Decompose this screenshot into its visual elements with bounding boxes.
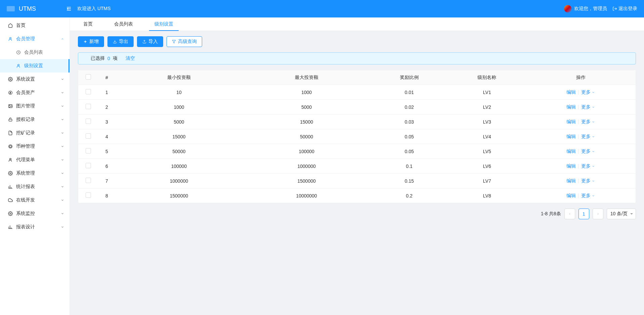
cell-max: 5000 — [243, 100, 370, 115]
cell-min: 1000 — [115, 100, 243, 115]
more-link[interactable]: 更多 — [581, 178, 595, 183]
sidebar-item-12[interactable]: 系统监控 — [0, 207, 70, 220]
logout-button[interactable]: 退出登录 — [612, 6, 637, 12]
sidebar-item-label: 在线开发 — [16, 197, 35, 203]
cell-min: 15000 — [115, 129, 243, 144]
sidebar-item-label: 挖矿记录 — [16, 130, 35, 136]
sidebar-item-2[interactable]: 系统设置 — [0, 73, 70, 86]
row-checkbox[interactable] — [86, 192, 91, 198]
cell-max: 10000000 — [243, 188, 370, 203]
more-link[interactable]: 更多 — [581, 193, 595, 198]
sidebar-item-8[interactable]: 代理菜单 — [0, 153, 70, 167]
page-1[interactable]: 1 — [579, 209, 589, 219]
filter-icon — [172, 40, 176, 44]
chevron-down-icon — [592, 179, 595, 183]
row-checkbox[interactable] — [86, 119, 91, 124]
edit-link[interactable]: 编辑 — [566, 89, 576, 95]
sidebar-item-label: 图片管理 — [16, 103, 35, 109]
edit-link[interactable]: 编辑 — [566, 148, 576, 154]
clear-selection[interactable]: 清空 — [126, 55, 135, 61]
unlock-icon — [8, 117, 13, 122]
cell-ratio: 0.03 — [370, 115, 448, 129]
cell-ratio: 0.1 — [370, 159, 448, 174]
edit-link[interactable]: 编辑 — [566, 134, 576, 139]
import-button[interactable]: 导入 — [137, 36, 163, 47]
svg-rect-11 — [9, 119, 12, 121]
clock-icon — [16, 50, 21, 55]
chevron-left-icon — [568, 212, 571, 216]
sidebar-item-6[interactable]: 挖矿记录 — [0, 126, 70, 140]
sidebar-item-0[interactable]: 首页 — [0, 19, 70, 32]
welcome-text: 欢迎进入 UTMS — [77, 6, 111, 12]
tab-2[interactable]: 级别设置 — [149, 17, 179, 31]
chevron-down-icon — [592, 91, 595, 94]
row-checkbox[interactable] — [86, 104, 91, 109]
row-checkbox[interactable] — [86, 89, 91, 94]
advanced-search-button[interactable]: 高级查询 — [167, 36, 202, 47]
coin-icon — [8, 144, 13, 149]
cell-num: 2 — [98, 100, 115, 115]
sidebar-subitem-label: 会员列表 — [24, 49, 43, 55]
chevron-down-icon — [61, 145, 64, 148]
next-page[interactable] — [593, 209, 603, 219]
edit-link[interactable]: 编辑 — [566, 178, 576, 183]
toolbar: 新增 导出 导入 高级查询 — [78, 36, 636, 47]
sidebar-item-13[interactable]: 报表设计 — [0, 220, 70, 234]
gear-icon — [8, 211, 13, 216]
row-checkbox[interactable] — [86, 178, 91, 183]
svg-marker-29 — [172, 40, 176, 43]
edit-link[interactable]: 编辑 — [566, 104, 576, 109]
cell-ratio: 0.02 — [370, 100, 448, 115]
sidebar-item-3[interactable]: 会员资产 — [0, 86, 70, 99]
sidebar-item-9[interactable]: 系统管理 — [0, 167, 70, 180]
edit-link[interactable]: 编辑 — [566, 163, 576, 169]
prev-page[interactable] — [564, 209, 575, 219]
chevron-down-icon — [61, 198, 64, 202]
more-link[interactable]: 更多 — [581, 134, 595, 139]
page-size-select[interactable]: 10 条/页 — [607, 209, 636, 219]
cell-ratio: 0.01 — [370, 85, 448, 100]
table-row: 35000150000.03LV3编辑|更多 — [78, 115, 636, 129]
more-link[interactable]: 更多 — [581, 148, 595, 154]
sidebar-collapse-icon[interactable] — [66, 6, 72, 12]
sidebar-item-10[interactable]: 统计报表 — [0, 180, 70, 193]
chart-icon — [8, 184, 13, 189]
chevron-down-icon — [61, 91, 64, 94]
sidebar-item-label: 授权记录 — [16, 117, 35, 123]
more-link[interactable]: 更多 — [581, 163, 595, 169]
pagination-summary: 1-8 共8条 — [541, 211, 561, 217]
edit-link[interactable]: 编辑 — [566, 119, 576, 124]
more-link[interactable]: 更多 — [581, 89, 595, 95]
home-icon — [8, 23, 13, 28]
cell-ratio: 0.05 — [370, 144, 448, 159]
sidebar-item-label: 会员资产 — [16, 90, 35, 96]
row-checkbox[interactable] — [86, 133, 91, 139]
col-min-invest: 最小投资额 — [115, 70, 243, 85]
select-all-checkbox[interactable] — [86, 74, 91, 80]
chevron-down-icon — [61, 131, 64, 135]
sidebar-item-4[interactable]: 图片管理 — [0, 99, 70, 113]
tab-0[interactable]: 首页 — [78, 17, 98, 31]
app-name: UTMS — [19, 5, 66, 12]
tab-1[interactable]: 会员列表 — [109, 17, 138, 31]
cell-max: 1500000 — [243, 174, 370, 188]
sidebar-item-1[interactable]: 会员管理 — [0, 32, 70, 46]
sidebar-item-5[interactable]: 授权记录 — [0, 113, 70, 126]
sidebar-item-11[interactable]: 在线开发 — [0, 193, 70, 207]
more-link[interactable]: 更多 — [581, 104, 595, 109]
col-level-name: 级别名称 — [448, 70, 526, 85]
chevron-down-icon — [61, 158, 64, 162]
add-button[interactable]: 新增 — [78, 36, 104, 47]
row-checkbox[interactable] — [86, 163, 91, 168]
svg-point-14 — [10, 158, 11, 160]
cell-min: 100000 — [115, 159, 243, 174]
user-menu[interactable]: 欢迎您，管理员 — [564, 5, 607, 12]
export-button[interactable]: 导出 — [107, 36, 134, 47]
more-link[interactable]: 更多 — [581, 119, 595, 124]
sidebar-item-7[interactable]: 币种管理 — [0, 140, 70, 153]
sidebar-subitem-1-1[interactable]: 级别设置 — [0, 59, 70, 73]
sidebar-subitem-1-0[interactable]: 会员列表 — [0, 46, 70, 59]
row-checkbox[interactable] — [86, 148, 91, 153]
edit-link[interactable]: 编辑 — [566, 193, 576, 198]
chevron-right-icon — [596, 212, 600, 216]
